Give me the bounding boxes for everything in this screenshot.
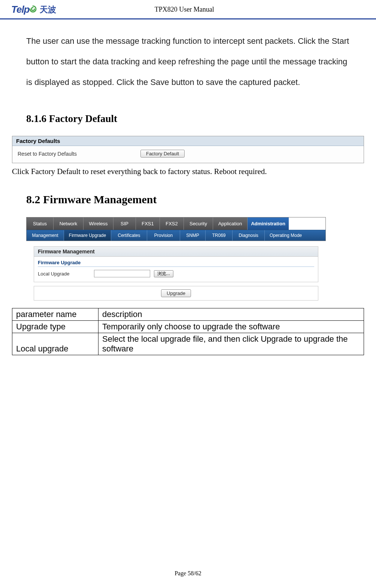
table-cell: Select the local upgrade file, and then … [98, 333, 364, 355]
main-tab-sip[interactable]: SIP [113, 217, 136, 230]
main-tab-network[interactable]: Network [54, 217, 84, 230]
factory-box-title: Factory Defaults [12, 136, 364, 146]
factory-default-heading: 8.1.6 Factory Default [26, 113, 350, 125]
sub-tab-certificates[interactable]: Certificates [111, 230, 147, 241]
file-path-input[interactable] [94, 270, 150, 277]
table-cell: Local upgrade [12, 333, 98, 355]
factory-reset-label: Reset to Factory Defaults [18, 151, 77, 157]
sub-tab-operating-mode[interactable]: Operating Mode [265, 230, 307, 241]
sub-tab-diagnosis[interactable]: Diagnosis [233, 230, 265, 241]
header-title: TPX820 User Manual [4, 6, 365, 13]
parameter-table: parameter namedescriptionUpgrade typeTem… [12, 308, 364, 355]
upgrade-button-row: Upgrade [34, 286, 318, 301]
browse-button[interactable]: 浏览... [154, 270, 173, 277]
sub-tab-snmp[interactable]: SNMP [180, 230, 206, 241]
table-row: Upgrade typeTemporarily only choose to u… [12, 321, 364, 333]
main-tab-application[interactable]: Application [213, 217, 248, 230]
local-upgrade-label: Local Upgrade [38, 271, 90, 277]
factory-default-button[interactable]: Factory Default [140, 150, 185, 158]
main-tab-status[interactable]: Status [27, 217, 54, 230]
firmware-panel-title: Firmware Management [34, 247, 318, 257]
table-header: parameter name [12, 308, 98, 321]
table-header: description [98, 308, 364, 321]
firmware-screenshot: StatusNetworkWirelessSIPFXS1FXS2Security… [26, 217, 326, 301]
sub-tab-management[interactable]: Management [27, 230, 64, 241]
sub-tab-tr069[interactable]: TR069 [206, 230, 233, 241]
table-row: Local upgradeSelect the local upgrade fi… [12, 333, 364, 355]
table-cell: Upgrade type [12, 321, 98, 333]
firmware-heading: 8.2 Firmware Management [26, 193, 350, 206]
intro-paragraph: The user can use the message tracking fu… [26, 31, 350, 92]
main-tab-wireless[interactable]: Wireless [84, 217, 113, 230]
main-tab-administration[interactable]: Administration [248, 217, 289, 230]
sub-tabs: ManagementFirmware UpgradeCertificatesPr… [26, 230, 326, 241]
main-tabs: StatusNetworkWirelessSIPFXS1FXS2Security… [26, 217, 326, 230]
table-cell: Temporarily only choose to upgrade the s… [98, 321, 364, 333]
page-footer: Page 58/62 [0, 570, 376, 577]
firmware-panel: Firmware Management Firmware Upgrade Loc… [34, 246, 318, 282]
sub-tab-provision[interactable]: Provision [147, 230, 180, 241]
firmware-subheader: Firmware Upgrade [38, 260, 314, 267]
main-tab-fxs1[interactable]: FXS1 [136, 217, 160, 230]
page-header: Telp 天波 TPX820 User Manual [0, 0, 376, 19]
main-tab-security[interactable]: Security [184, 217, 213, 230]
upgrade-button[interactable]: Upgrade [161, 289, 191, 297]
sub-tab-firmware-upgrade[interactable]: Firmware Upgrade [64, 230, 111, 241]
factory-caption: Click Factory Default to reset everythin… [12, 167, 350, 176]
factory-defaults-box: Factory Defaults Reset to Factory Defaul… [12, 136, 364, 163]
main-tab-fxs2[interactable]: FXS2 [160, 217, 184, 230]
